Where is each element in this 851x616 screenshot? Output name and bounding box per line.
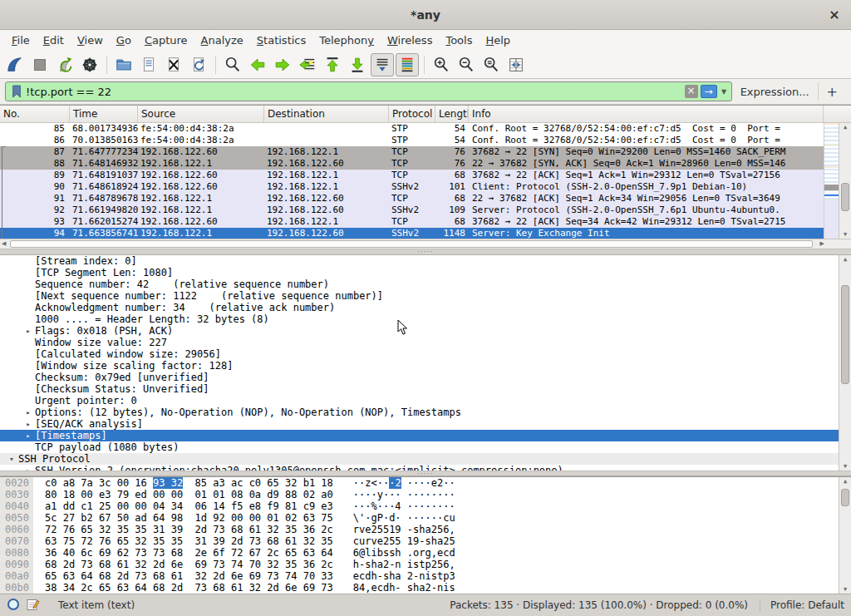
- hex-vscrollbar[interactable]: ▲ ▼: [839, 477, 851, 594]
- column-header-no[interactable]: No.: [0, 106, 70, 122]
- detail-line-ssh-protocol[interactable]: ▾SSH Protocol: [0, 453, 851, 465]
- save-file-icon[interactable]: [137, 53, 160, 76]
- detail-line[interactable]: Acknowledgment number: 34 (relative ack …: [0, 302, 851, 313]
- go-to-top-icon[interactable]: [321, 53, 344, 76]
- filter-bookmark-icon[interactable]: [11, 84, 22, 99]
- menu-telephony[interactable]: Telephony: [312, 32, 381, 49]
- menu-view[interactable]: View: [71, 32, 110, 49]
- hex-row[interactable]: 006072 76 65 32 35 35 31 39 2d 73 68 61 …: [0, 524, 851, 535]
- hex-row[interactable]: 008036 40 6c 69 62 73 73 68 2e 6f 72 67 …: [0, 547, 851, 559]
- scroll-up-icon[interactable]: ▲: [839, 478, 851, 485]
- start-capture-icon[interactable]: [3, 53, 27, 76]
- capture-options-icon[interactable]: [78, 53, 101, 76]
- detail-line[interactable]: Sequence number: 42 (relative sequence n…: [0, 278, 851, 290]
- detail-line-options[interactable]: ▸Options: (12 bytes), No-Operation (NOP)…: [0, 407, 851, 418]
- detail-line[interactable]: 1000 .... = Header Length: 32 bytes (8): [0, 313, 851, 325]
- hex-row[interactable]: 007063 75 72 76 65 32 35 35 31 39 2d 73 …: [0, 535, 851, 547]
- zoom-original-icon[interactable]: [480, 53, 503, 76]
- details-vscrollbar[interactable]: ▲ ▼: [839, 255, 851, 471]
- scroll-up-icon[interactable]: ▲: [839, 124, 851, 131]
- column-header-protocol[interactable]: Protocol: [389, 106, 435, 122]
- hex-row[interactable]: 0040a1 dd c1 25 00 00 04 34 06 14 f5 e8 …: [0, 500, 851, 512]
- column-header-time[interactable]: Time: [70, 106, 138, 122]
- detail-line[interactable]: [Next sequence number: 1122 (relative se…: [0, 290, 851, 302]
- menu-capture[interactable]: Capture: [138, 32, 194, 49]
- stop-capture-icon[interactable]: [28, 53, 52, 76]
- detail-line[interactable]: Window size value: 227: [0, 337, 851, 348]
- filter-value[interactable]: !tcp.port == 22: [26, 86, 685, 98]
- detail-line[interactable]: [Window size scaling factor: 128]: [0, 360, 851, 372]
- go-back-icon[interactable]: [246, 53, 269, 76]
- packet-row-92[interactable]: 9271.661949820192.168.122.1192.168.122.6…: [0, 205, 824, 216]
- go-forward-icon[interactable]: [271, 53, 294, 76]
- scrollbar-thumb[interactable]: [841, 489, 849, 506]
- column-header-info[interactable]: Info: [469, 106, 824, 122]
- open-file-icon[interactable]: [112, 53, 135, 76]
- capture-comment-icon[interactable]: [27, 598, 40, 614]
- expression-button[interactable]: Expression...: [737, 86, 813, 98]
- packet-list-hscrollbar[interactable]: ◀ ▶: [0, 239, 851, 249]
- packet-list-vscrollbar[interactable]: ▲ ▼: [839, 123, 851, 239]
- menu-wireless[interactable]: Wireless: [381, 32, 439, 49]
- scroll-down-icon[interactable]: ▼: [839, 586, 851, 593]
- hex-row[interactable]: 00505c 27 b2 67 50 ad 64 98 1d 92 00 00 …: [0, 512, 851, 524]
- reload-file-icon[interactable]: [187, 53, 210, 76]
- hex-row[interactable]: 009068 2d 73 68 61 32 2d 6e 69 73 74 70 …: [0, 559, 851, 570]
- expander-icon[interactable]: ▸: [22, 407, 35, 418]
- detail-line[interactable]: [Stream index: 0]: [0, 255, 851, 267]
- intelligent-scrollbar-minimap[interactable]: [824, 123, 839, 239]
- scroll-up-icon[interactable]: ▲: [839, 256, 851, 263]
- scrollbar-thumb[interactable]: [841, 285, 849, 384]
- detail-line[interactable]: Checksum: 0x79ed [unverified]: [0, 372, 851, 383]
- scroll-down-icon[interactable]: ▼: [839, 231, 851, 238]
- hex-row[interactable]: 0020c0 a8 7a 3c 00 16 93 32 85 a3 ac c0 …: [0, 477, 851, 489]
- scrollbar-thumb[interactable]: [10, 240, 813, 248]
- resize-columns-icon[interactable]: [504, 53, 528, 76]
- scrollbar-thumb[interactable]: [841, 183, 849, 210]
- menu-statistics[interactable]: Statistics: [250, 32, 312, 49]
- pane-splitter[interactable]: ·····: [0, 471, 851, 476]
- detail-line-seqack[interactable]: ▸[SEQ/ACK analysis]: [0, 418, 851, 430]
- packet-row-87[interactable]: 8771.647777234192.168.122.60192.168.122.…: [0, 146, 824, 158]
- auto-scroll-icon[interactable]: [371, 53, 394, 76]
- add-filter-button[interactable]: +: [818, 82, 846, 101]
- expander-icon[interactable]: ▸: [22, 325, 35, 337]
- close-icon[interactable]: ×: [826, 6, 843, 22]
- detail-line-ssh-version[interactable]: ▸SSH Version 2 (encryption:chacha20-poly…: [0, 465, 851, 471]
- detail-line-flags[interactable]: ▸Flags: 0x018 (PSH, ACK): [0, 325, 851, 337]
- detail-line[interactable]: TCP payload (1080 bytes): [0, 441, 851, 453]
- menu-go[interactable]: Go: [110, 32, 138, 49]
- go-to-packet-icon[interactable]: [296, 53, 319, 76]
- column-header-destination[interactable]: Destination: [264, 106, 389, 122]
- detail-line[interactable]: [Calculated window size: 29056]: [0, 348, 851, 360]
- expander-icon[interactable]: ▸: [22, 465, 35, 471]
- packet-row-93[interactable]: 9371.662015274192.168.122.60192.168.122.…: [0, 216, 824, 228]
- menu-file[interactable]: File: [5, 32, 37, 49]
- detail-line[interactable]: [TCP Segment Len: 1080]: [0, 267, 851, 278]
- detail-line[interactable]: Urgent pointer: 0: [0, 395, 851, 407]
- menu-edit[interactable]: Edit: [37, 32, 71, 49]
- go-to-bottom-icon[interactable]: [346, 53, 369, 76]
- colorize-icon[interactable]: [396, 53, 419, 76]
- packet-row-85[interactable]: 8568.001734936fe:54:00:d4:38:2aSTP54Conf…: [0, 123, 824, 135]
- scroll-down-icon[interactable]: ▼: [839, 463, 851, 470]
- expander-icon[interactable]: ▾: [5, 453, 18, 465]
- packet-row-86[interactable]: 8670.013850163fe:54:00:d4:38:2aSTP54Conf…: [0, 135, 824, 146]
- filter-apply-icon[interactable]: →: [701, 85, 717, 98]
- expander-icon[interactable]: ▸: [22, 430, 35, 441]
- filter-dropdown-icon[interactable]: ▼: [719, 88, 730, 96]
- menu-analyze[interactable]: Analyze: [194, 32, 250, 49]
- menu-help[interactable]: Help: [479, 32, 517, 49]
- packet-row-89[interactable]: 8971.648191037192.168.122.60192.168.122.…: [0, 170, 824, 181]
- packet-row-94-selected[interactable]: 9471.663856741192.168.122.1192.168.122.6…: [0, 228, 824, 239]
- packet-row-91[interactable]: 9171.648789678192.168.122.1192.168.122.6…: [0, 193, 824, 205]
- menu-tools[interactable]: Tools: [439, 32, 479, 49]
- find-packet-icon[interactable]: [221, 53, 244, 76]
- hex-row[interactable]: 00b038 34 2c 65 63 64 68 2d 73 68 61 32 …: [0, 582, 851, 594]
- detail-line[interactable]: [Checksum Status: Unverified]: [0, 383, 851, 395]
- packet-row-90[interactable]: 9071.648618924192.168.122.60192.168.122.…: [0, 181, 824, 193]
- column-header-source[interactable]: Source: [138, 106, 264, 122]
- restart-capture-icon[interactable]: [53, 53, 76, 76]
- profile-label[interactable]: Profile: Default: [760, 599, 844, 611]
- detail-line-timestamps-selected[interactable]: ▸[Timestamps]: [0, 430, 851, 441]
